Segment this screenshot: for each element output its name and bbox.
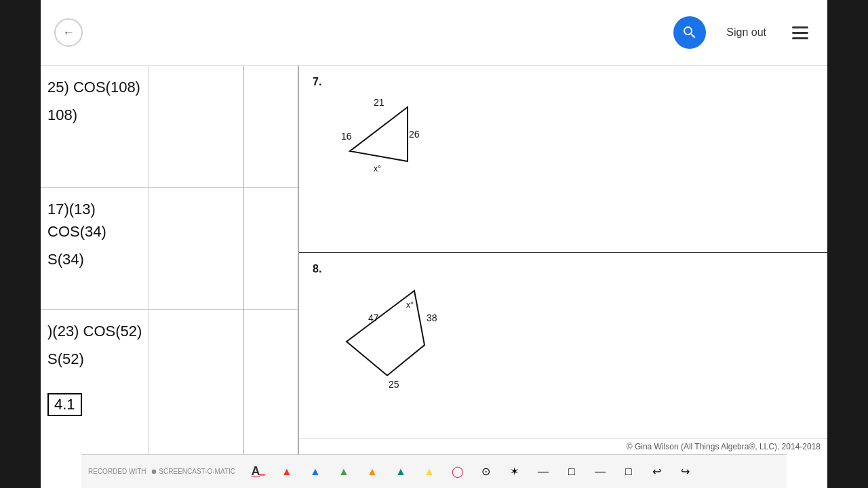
- math-line-1a: 25) COS(108): [47, 76, 145, 98]
- search-button[interactable]: [673, 16, 706, 49]
- math-line-1b: 108): [47, 104, 145, 126]
- angle-label-x7: x°: [374, 164, 381, 174]
- side-label-26: 26: [409, 129, 420, 140]
- rect-tool-1[interactable]: □: [559, 460, 584, 484]
- side-label-21: 21: [374, 97, 384, 108]
- col-left: 25) COS(108) 108) 17)(13) COS(34) S(34) …: [41, 66, 149, 454]
- circle-dot-tool[interactable]: ⊙: [474, 460, 498, 484]
- star-tool[interactable]: ✶: [502, 460, 527, 484]
- right-sidebar-bar: [827, 0, 868, 488]
- body-area: 25) COS(108) 108) 17)(13) COS(34) S(34) …: [41, 66, 827, 454]
- left-sidebar-bar: [0, 0, 41, 488]
- text-tool-underline: ▁: [260, 468, 265, 475]
- green-triangle-tool[interactable]: ▲: [332, 460, 356, 484]
- watermark-area: RECORDED WITH ⏺ SCREENCAST-O-MATIC: [88, 468, 235, 475]
- yellow-triangle-tool[interactable]: ▲: [417, 460, 441, 484]
- menu-line-1: [792, 26, 808, 28]
- blue-triangle-tool[interactable]: ▲: [303, 460, 328, 484]
- math-section-2: 17)(13) COS(34) S(34): [41, 188, 149, 310]
- problem-8-figure: 47 38 25 x°: [313, 281, 814, 396]
- math-section-1: 25) COS(108) 108): [41, 66, 149, 188]
- undo-button[interactable]: ↩: [645, 460, 669, 484]
- header-right: Sign out: [673, 16, 814, 49]
- angle-label-x8: x°: [406, 300, 414, 310]
- problem-8-number: 8.: [313, 263, 814, 275]
- recorded-with-label: RECORDED WITH: [88, 468, 146, 475]
- redo-button[interactable]: ↪: [673, 460, 698, 484]
- math-line-2b: S(34): [47, 248, 145, 270]
- right-problems-panel: 7. 21 26 16 x°: [298, 66, 827, 454]
- side-label-38: 38: [427, 312, 437, 323]
- line-tool[interactable]: —: [531, 460, 555, 484]
- rect-tool-2[interactable]: □: [616, 460, 641, 484]
- screencast-brand: ⏺ SCREENCAST-O-MATIC: [151, 468, 235, 475]
- svg-marker-0: [350, 107, 408, 161]
- math-line-3b: S(52): [47, 348, 145, 370]
- sign-out-button[interactable]: Sign out: [713, 21, 780, 44]
- text-tool-button[interactable]: A ▁: [246, 460, 271, 484]
- math-line-3a: )(23) COS(52): [47, 320, 145, 342]
- spacer-column: [244, 66, 298, 454]
- line-tool-2[interactable]: —: [588, 460, 612, 484]
- teal-triangle-tool[interactable]: ▲: [389, 460, 413, 484]
- side-label-25: 25: [389, 379, 399, 390]
- math-section-3: )(23) COS(52) S(52) 4.1: [41, 310, 149, 432]
- search-icon: [682, 24, 698, 41]
- problem-8: 8. 47 38 25 x°: [299, 253, 827, 439]
- problem-7: 7. 21 26 16 x°: [299, 66, 827, 253]
- col-mid: [149, 66, 243, 454]
- menu-line-3: [792, 37, 808, 39]
- left-work-columns: 25) COS(108) 108) 17)(13) COS(34) S(34) …: [41, 66, 244, 454]
- orange-triangle-tool[interactable]: ▲: [360, 460, 384, 484]
- quad-8-svg: 47 38 25 x°: [326, 281, 448, 396]
- bottom-toolbar: RECORDED WITH ⏺ SCREENCAST-O-MATIC A ▁ ▲…: [81, 454, 787, 488]
- header: ← Sign out: [41, 0, 827, 66]
- menu-line-2: [792, 32, 808, 34]
- copyright-right: © Gina Wilson (All Things Algebra®, LLC)…: [299, 439, 827, 454]
- pink-circle-tool[interactable]: ◯: [446, 460, 470, 484]
- back-button[interactable]: ←: [54, 18, 83, 47]
- side-label-16: 16: [341, 131, 352, 142]
- answer-box-1: 4.1: [47, 393, 82, 416]
- main-content-area: ← Sign out 25) COS(108) 108): [41, 0, 827, 488]
- menu-button[interactable]: [787, 19, 814, 46]
- math-line-2a: 17)(13) COS(34): [47, 198, 145, 243]
- problem-7-number: 7.: [313, 76, 814, 88]
- red-triangle-tool[interactable]: ▲: [275, 460, 299, 484]
- header-left: ←: [54, 18, 83, 47]
- side-label-47: 47: [368, 312, 379, 323]
- problem-7-figure: 21 26 16 x°: [313, 94, 814, 195]
- text-tool-icon: A: [251, 464, 260, 479]
- triangle-7-svg: 21 26 16 x°: [326, 94, 435, 195]
